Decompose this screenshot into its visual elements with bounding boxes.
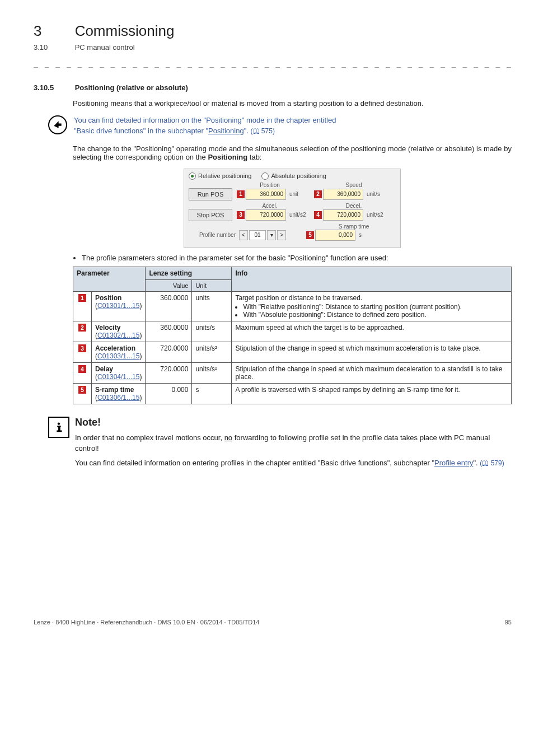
tip-line1: You can find detailed information on the…: [74, 116, 336, 124]
position-unit: unit: [286, 191, 314, 197]
decel-unit: unit/s2: [363, 212, 391, 218]
sramp-value[interactable]: 0,000: [315, 230, 355, 241]
accel-col-label: Accel.: [239, 203, 301, 209]
stop-pos-button[interactable]: Stop POS: [189, 209, 232, 221]
profile-entry-link[interactable]: Profile entry: [434, 459, 473, 467]
absolute-positioning-radio[interactable]: [261, 172, 269, 180]
note-p1-no: no: [224, 433, 232, 442]
marker-3-icon: 3: [237, 211, 245, 219]
marker-4-icon: 4: [314, 211, 322, 219]
subsection-number: 3.10.5: [34, 83, 73, 92]
decel-value[interactable]: 720,0000: [323, 209, 363, 221]
row4-name: Delay: [95, 365, 113, 373]
relative-positioning-radio[interactable]: [189, 172, 196, 180]
profile-params-bullet: The profile parameters stored in the par…: [82, 254, 512, 262]
row1-info-b1: With "Relative positioning": Distance to…: [243, 303, 508, 311]
note-pageref[interactable]: (🕮 579): [480, 459, 504, 467]
tip-pageref[interactable]: (🕮 575): [251, 127, 275, 135]
para2-b: tab:: [247, 153, 261, 161]
row5-code-link[interactable]: C01306/1...15: [97, 394, 139, 402]
tip-line2-prefix: "Basic drive functions" in the subchapte…: [74, 127, 208, 135]
row1-code-link[interactable]: C01301/1...15: [97, 302, 139, 310]
profile-next-button[interactable]: >: [277, 230, 286, 240]
row2-name: Velocity: [95, 324, 120, 332]
tip-pageref-num: 575: [261, 127, 273, 135]
speed-unit: unit/s: [363, 191, 391, 197]
row1-info-lead: Target position or distance to be traver…: [235, 294, 362, 302]
accel-value[interactable]: 720,0000: [246, 209, 286, 221]
positioning-link[interactable]: Positioning: [208, 127, 244, 135]
row1-unit: units: [192, 291, 232, 321]
row1-name: Position: [95, 294, 121, 302]
row5-marker-icon: 5: [78, 386, 86, 394]
table-row: 3 Acceleration (C01303/1...15) 720.0000 …: [73, 342, 512, 362]
row2-value: 360.0000: [146, 321, 192, 342]
para2-bold: Positioning: [208, 153, 247, 161]
svg-point-0: [58, 422, 60, 424]
note-callout: Note! In order that no complex travel mo…: [48, 417, 512, 474]
row4-value: 720.0000: [146, 362, 192, 383]
table-row: 5 S-ramp time (C01306/1...15) 0.000 s A …: [73, 383, 512, 404]
para2-a: The change to the "Positioning" operatin…: [73, 144, 512, 161]
row4-marker-icon: 4: [78, 365, 86, 373]
footer-page-number: 95: [505, 619, 512, 626]
row5-value: 0.000: [146, 383, 192, 404]
note-p1a: In order that no complex travel motions …: [75, 433, 224, 442]
accel-unit: unit/s2: [286, 212, 314, 218]
speed-value[interactable]: 360,0000: [323, 189, 363, 200]
row3-code-link[interactable]: C01303/1...15: [97, 352, 139, 360]
absolute-positioning-label: Absolute positioning: [271, 172, 326, 179]
tip-line2-suffix: ".: [244, 127, 249, 135]
decel-col-label: Decel.: [323, 203, 385, 209]
info-icon: [48, 417, 69, 438]
row4-code-link[interactable]: C01304/1...15: [97, 373, 139, 381]
parameter-table: Parameter Lenze setting Info Value Unit …: [73, 267, 512, 404]
row1-info-b2: With "Absolute positioning": Distance to…: [243, 311, 508, 319]
page-footer: Lenze · 8400 HighLine · Referenzhandbuch…: [34, 619, 512, 626]
th-parameter: Parameter: [73, 267, 146, 291]
position-value[interactable]: 360,0000: [246, 189, 286, 200]
row2-marker-icon: 2: [78, 324, 86, 332]
th-value: Value: [146, 279, 192, 291]
row1-value: 360.0000: [146, 291, 192, 321]
chapter-number: 3: [34, 22, 73, 40]
tip-callout: You can find detailed information on the…: [48, 115, 512, 137]
th-info: Info: [232, 267, 512, 291]
note-p2b: ".: [473, 459, 477, 467]
row3-marker-icon: 3: [78, 344, 86, 352]
th-lenze-setting: Lenze setting: [146, 267, 232, 279]
row1-marker-icon: 1: [78, 294, 86, 302]
profile-prev-button[interactable]: <: [239, 230, 248, 240]
sramp-col-label: S-ramp time: [323, 223, 385, 230]
sramp-unit: s: [355, 232, 383, 238]
separator-rule: _ _ _ _ _ _ _ _ _ _ _ _ _ _ _ _ _ _ _ _ …: [34, 59, 512, 68]
row5-name: S-ramp time: [95, 386, 134, 394]
mode-change-paragraph: The change to the "Positioning" operatin…: [73, 144, 512, 161]
relative-positioning-label: Relative positioning: [198, 172, 251, 179]
subsection-header: 3.10.5 Positioning (relative or absolute…: [34, 83, 512, 92]
book-icon: 🕮: [482, 459, 489, 467]
row4-info: Stipulation of the change in speed at wh…: [232, 362, 512, 383]
run-pos-button[interactable]: Run POS: [189, 188, 232, 200]
book-icon: 🕮: [253, 127, 260, 135]
tip-arrow-icon: [48, 115, 67, 134]
chapter-header: 3 Commissioning: [34, 22, 512, 40]
row2-code-link[interactable]: C01302/1...15: [97, 332, 139, 339]
svg-rect-3: [57, 430, 62, 432]
profile-dropdown-button[interactable]: ▾: [267, 230, 276, 240]
row3-info: Stipulation of the change in speed at wh…: [232, 342, 512, 362]
row2-unit: units/s: [192, 321, 232, 342]
table-row: 1 Position (C01301/1...15) 360.0000 unit…: [73, 291, 512, 321]
profile-number-select[interactable]: 01: [249, 230, 266, 240]
profile-number-label: Profile number: [189, 232, 239, 238]
subsection-title: Positioning (relative or absolute): [75, 83, 188, 92]
section-title: PC manual control: [75, 43, 135, 52]
row2-info: Maximum speed at which the target is to …: [232, 321, 512, 342]
marker-2-icon: 2: [314, 190, 322, 198]
table-row: 2 Velocity (C01302/1...15) 360.0000 unit…: [73, 321, 512, 342]
footer-left: Lenze · 8400 HighLine · Referenzhandbuch…: [34, 619, 259, 626]
positioning-panel: Relative positioning Absolute positionin…: [184, 169, 401, 248]
row3-unit: units/s²: [192, 342, 232, 362]
speed-col-label: Speed: [323, 182, 385, 188]
table-row: 4 Delay (C01304/1...15) 720.0000 units/s…: [73, 362, 512, 383]
